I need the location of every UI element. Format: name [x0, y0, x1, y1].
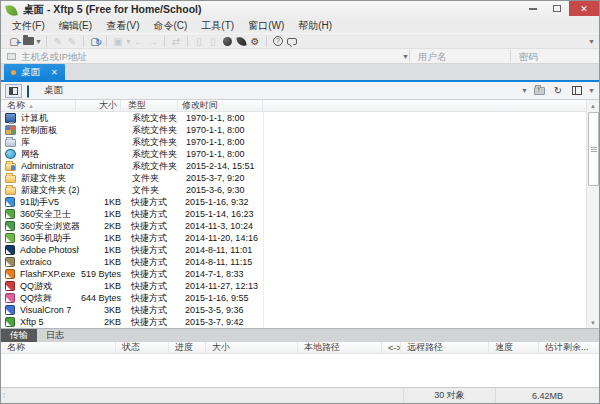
- path-bar: 桌面 ▼ ↻ ▼: [1, 82, 599, 100]
- transfer-column-2[interactable]: 进度: [169, 342, 206, 353]
- column-size[interactable]: 大小: [76, 100, 121, 111]
- transfer-column-1[interactable]: 状态: [116, 342, 169, 353]
- menu-item-1[interactable]: 编辑(E): [52, 19, 99, 33]
- file-row[interactable]: Xftp 52KB快捷方式2015-3-7, 9:42: [1, 316, 586, 328]
- views-button[interactable]: [569, 84, 585, 98]
- path-dropdown-icon[interactable]: ▼: [521, 87, 528, 94]
- open-session-dropdown-icon[interactable]: ▼: [35, 38, 42, 45]
- open-session-icon[interactable]: [21, 35, 35, 48]
- host-history-dropdown-icon[interactable]: ▼: [402, 53, 409, 60]
- refresh-button[interactable]: ↻: [550, 84, 566, 98]
- help-icon[interactable]: ?: [271, 35, 285, 48]
- xftp-leaf-icon[interactable]: [234, 35, 248, 48]
- column-modified[interactable]: 修改时间: [178, 100, 263, 111]
- transfer-column-6[interactable]: 远程路径: [401, 342, 489, 353]
- file-row[interactable]: FlashFXP.exe519 Bytes快捷方式2014-7-1, 8:33: [1, 268, 586, 280]
- window-layout-icon[interactable]: ▣: [111, 35, 125, 48]
- shortcut-icon: [5, 257, 15, 267]
- column-type[interactable]: 类型: [121, 100, 178, 111]
- file-row[interactable]: 库系统文件夹1970-1-1, 8:00: [1, 136, 586, 148]
- settings-gear-icon[interactable]: ⚙: [248, 35, 262, 48]
- feedback-icon[interactable]: [285, 35, 299, 48]
- file-name: QQ炫舞: [20, 292, 79, 305]
- forward-icon[interactable]: →: [146, 35, 160, 48]
- file-row[interactable]: QQ游戏1KB快捷方式2014-11-27, 12:13: [1, 280, 586, 292]
- copy-icon[interactable]: ▯: [192, 35, 206, 48]
- folder-tree-toggle-button[interactable]: [5, 84, 22, 98]
- tab-transfer[interactable]: 传输: [1, 329, 37, 342]
- total-size: 6.42MB: [495, 388, 599, 403]
- menu-item-4[interactable]: 工具(T): [194, 19, 241, 33]
- vertical-scrollbar[interactable]: ▲ ▼: [586, 100, 599, 328]
- file-modified: 2015-1-16, 9:32: [181, 197, 586, 207]
- shortcut-icon: [5, 245, 15, 255]
- paste-icon[interactable]: ▯: [206, 35, 220, 48]
- current-path[interactable]: 桌面: [44, 84, 63, 97]
- network-icon: [5, 149, 16, 159]
- maximize-button[interactable]: [545, 1, 569, 16]
- file-row[interactable]: 新建文件夹文件夹2015-3-7, 9:20: [1, 172, 586, 184]
- transfer-column-5[interactable]: <->: [382, 342, 401, 353]
- views-dropdown-icon[interactable]: ▼: [588, 87, 595, 94]
- window-layout-dropdown-icon[interactable]: ▼: [125, 38, 132, 45]
- file-row[interactable]: 网络系统文件夹1970-1-1, 8:00: [1, 148, 586, 160]
- tab-close-icon[interactable]: ✕: [45, 68, 58, 77]
- file-row[interactable]: extraico1KB快捷方式2014-8-11, 11:15: [1, 256, 586, 268]
- username-input[interactable]: [418, 49, 510, 63]
- file-row[interactable]: 360安全浏览器72KB快捷方式2014-11-3, 10:24: [1, 220, 586, 232]
- transfer-column-8[interactable]: 估计剩余...: [539, 342, 600, 353]
- sync-icon[interactable]: ⇄: [169, 35, 183, 48]
- folder-icon: [5, 175, 16, 183]
- file-row[interactable]: VisualCron 73KB快捷方式2015-3-5, 9:36: [1, 304, 586, 316]
- transfer-window-icon[interactable]: ▢↻: [88, 35, 102, 48]
- host-icon: [7, 53, 16, 60]
- file-list: 名称▲ 大小 类型 修改时间 计算机系统文件夹1970-1-1, 8:00控制面…: [1, 100, 599, 328]
- file-row[interactable]: Administrator系统文件夹2015-2-14, 15:51: [1, 160, 586, 172]
- file-modified: 2014-11-20, 14:16: [181, 233, 586, 243]
- file-row[interactable]: 控制面板系统文件夹1970-1-1, 8:00: [1, 124, 586, 136]
- file-list-header: 名称▲ 大小 类型 修改时间: [1, 100, 599, 112]
- file-row[interactable]: 360手机助手1KB快捷方式2014-11-20, 14:16: [1, 232, 586, 244]
- transfer-column-3[interactable]: 大小: [206, 342, 298, 353]
- file-name: 360手机助手: [20, 232, 79, 245]
- rename-icon[interactable]: ✎: [65, 35, 79, 48]
- file-row[interactable]: 计算机系统文件夹1970-1-1, 8:00: [1, 112, 586, 124]
- transfer-column-4[interactable]: 本地路径: [298, 342, 382, 353]
- file-row[interactable]: QQ炫舞644 Bytes快捷方式2015-1-16, 9:55: [1, 292, 586, 304]
- file-modified: 2015-3-7, 9:20: [182, 173, 586, 183]
- control-panel-icon: [5, 125, 16, 135]
- toolbar-overflow-icon[interactable]: ▼: [588, 38, 595, 45]
- scroll-up-icon[interactable]: ▲: [587, 100, 599, 111]
- file-size: 1KB: [79, 209, 124, 219]
- file-name: extraico: [20, 257, 79, 267]
- edit-icon[interactable]: ✎: [51, 35, 65, 48]
- back-icon[interactable]: ←: [132, 35, 146, 48]
- file-row[interactable]: 360安全卫士1KB快捷方式2015-1-14, 16:23: [1, 208, 586, 220]
- xshell-icon[interactable]: [220, 35, 234, 48]
- up-directory-button[interactable]: [531, 84, 547, 98]
- menu-item-2[interactable]: 查看(V): [99, 19, 146, 33]
- close-button[interactable]: ✕: [569, 1, 599, 16]
- host-input[interactable]: [21, 49, 402, 63]
- menu-item-0[interactable]: 文件(F): [5, 19, 52, 33]
- file-row[interactable]: Adobe Photoshop ...1KB快捷方式2014-8-11, 11:…: [1, 244, 586, 256]
- menu-item-6[interactable]: 帮助(H): [291, 19, 339, 33]
- password-input[interactable]: [519, 49, 599, 63]
- transfer-column-0[interactable]: 名称: [1, 342, 116, 353]
- scrollbar-thumb[interactable]: [588, 112, 599, 186]
- file-name: FlashFXP.exe: [20, 269, 79, 279]
- scroll-down-icon[interactable]: ▼: [587, 317, 599, 328]
- file-modified: 1970-1-1, 8:00: [182, 125, 586, 135]
- menu-item-5[interactable]: 窗口(W): [241, 19, 291, 33]
- new-session-icon[interactable]: ▢+: [7, 35, 21, 48]
- transfer-column-7[interactable]: 速度: [489, 342, 539, 353]
- file-row[interactable]: 新建文件夹 (2)文件夹2015-3-6, 9:30: [1, 184, 586, 196]
- file-row[interactable]: 91助手V51KB快捷方式2015-1-16, 9:32: [1, 196, 586, 208]
- menu-item-3[interactable]: 命令(C): [146, 19, 194, 33]
- session-tab-desktop[interactable]: 桌面 ✕: [4, 64, 65, 80]
- file-modified: 2014-11-27, 12:13: [181, 281, 586, 291]
- minimize-button[interactable]: [521, 1, 545, 16]
- object-count: 30 对象: [403, 388, 495, 403]
- column-name[interactable]: 名称▲: [1, 100, 76, 111]
- tab-log[interactable]: 日志: [37, 329, 73, 342]
